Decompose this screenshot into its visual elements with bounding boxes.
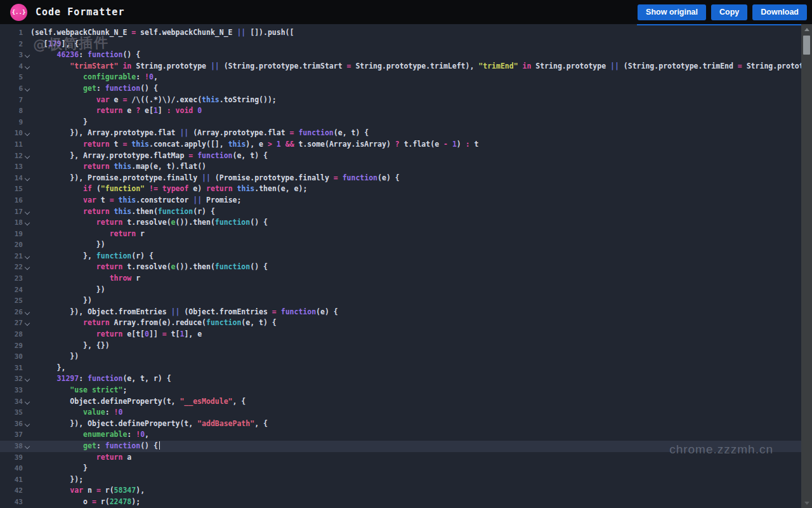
line-number: 27 (0, 318, 23, 329)
code-text: throw r (30, 273, 140, 284)
code-line[interactable]: 29 }, {}) (0, 340, 801, 352)
code-line[interactable]: 4 "trimStart" in String.prototype || (St… (0, 61, 801, 72)
fold-gutter-spacer (23, 329, 30, 340)
code-line[interactable]: 13 return this.map(e, t).flat() (0, 161, 801, 173)
fold-chevron-icon[interactable] (23, 50, 30, 61)
fold-chevron-icon[interactable] (23, 418, 30, 430)
code-line[interactable]: 40 } (0, 463, 801, 474)
code-line[interactable]: 36 }), Object.defineProperty(t, "addBase… (0, 418, 801, 430)
line-number: 14 (0, 173, 23, 184)
vertical-scrollbar[interactable] (801, 24, 812, 508)
code-text: 46236: function() { (30, 50, 140, 61)
fold-gutter-spacer (23, 295, 30, 307)
fold-gutter-spacer (23, 39, 30, 50)
code-line[interactable]: 18 return t.resolve(e()).then(function()… (0, 217, 801, 229)
code-line[interactable]: 43 o = r(22478); (0, 497, 801, 508)
code-line[interactable]: 17 return this.then(function(r) { (0, 206, 801, 218)
code-line[interactable]: 22 return t.resolve(e()).then(function()… (0, 262, 801, 273)
code-line[interactable]: 7 var e = /\((.*)\)/.exec(this.toString(… (0, 95, 801, 106)
code-text: }) (30, 239, 105, 251)
fold-chevron-icon[interactable] (23, 262, 30, 273)
line-number: 13 (0, 161, 23, 173)
code-text: }), Object.defineProperty(t, "addBasePat… (30, 418, 268, 430)
code-line[interactable]: 23 throw r (0, 273, 801, 284)
code-text: }) (30, 295, 92, 307)
scrollbar-thumb[interactable] (803, 36, 810, 55)
code-line[interactable]: 30 }) (0, 351, 801, 363)
code-line[interactable]: 27 return Array.from(e).reduce(function(… (0, 318, 801, 329)
fold-gutter-spacer (23, 72, 30, 83)
scrollbar-down-arrow[interactable] (801, 498, 812, 508)
code-line[interactable]: 2 [179], { (0, 39, 801, 50)
code-line[interactable]: 19 return r (0, 229, 801, 240)
fold-gutter-spacer (23, 351, 30, 363)
code-line[interactable]: 41 }); (0, 474, 801, 486)
code-line[interactable]: 9 } (0, 117, 801, 128)
code-line[interactable]: 15 if ("function" != typeof e) return th… (0, 184, 801, 195)
code-line[interactable]: 1(self.webpackChunk_N_E = self.webpackCh… (0, 27, 801, 39)
code-line[interactable]: 6 get: function() { (0, 83, 801, 95)
line-number: 22 (0, 262, 23, 273)
code-line[interactable]: 34 Object.defineProperty(t, "__esModule"… (0, 396, 801, 408)
fold-chevron-icon[interactable] (23, 318, 30, 329)
fold-chevron-icon[interactable] (23, 373, 30, 385)
code-line[interactable]: 14 }), Promise.prototype.finally || (Pro… (0, 173, 801, 184)
copy-button[interactable]: Copy (711, 4, 747, 20)
up-arrow-icon (804, 28, 809, 31)
fold-chevron-icon[interactable] (23, 206, 30, 218)
code-line[interactable]: 25 }) (0, 295, 801, 307)
code-line[interactable]: 5 configurable: !0, (0, 72, 801, 83)
fold-chevron-icon[interactable] (23, 217, 30, 229)
code-line[interactable]: 42 var n = r(58347), (0, 485, 801, 497)
code-line[interactable]: 12 }, Array.prototype.flatMap = function… (0, 150, 801, 162)
code-line[interactable]: 35 value: !0 (0, 407, 801, 418)
code-line[interactable]: 37 enumerable: !0, (0, 429, 801, 441)
line-number: 23 (0, 273, 23, 284)
line-number: 18 (0, 217, 23, 229)
code-line[interactable]: 11 return t = this.concat.apply([], this… (0, 139, 801, 150)
code-text: [179], { (30, 39, 79, 50)
code-line[interactable]: 24 }) (0, 284, 801, 296)
fold-chevron-icon[interactable] (23, 441, 30, 452)
download-button[interactable]: Download (752, 4, 807, 20)
fold-chevron-icon[interactable] (23, 150, 30, 162)
code-line[interactable]: 31 }, (0, 363, 801, 374)
code-line[interactable]: 10 }), Array.prototype.flat || (Array.pr… (0, 128, 801, 139)
code-lines[interactable]: 1(self.webpackChunk_N_E = self.webpackCh… (0, 24, 801, 508)
fold-gutter-spacer (23, 340, 30, 352)
line-number: 39 (0, 452, 23, 464)
code-text: get: function() { (30, 83, 158, 95)
fold-chevron-icon[interactable] (23, 128, 30, 139)
line-number: 36 (0, 418, 23, 430)
line-number: 41 (0, 474, 23, 486)
code-line[interactable]: 39 return a (0, 452, 801, 464)
fold-chevron-icon[interactable] (23, 307, 30, 318)
fold-gutter-spacer (23, 497, 30, 508)
fold-gutter-spacer (23, 27, 30, 39)
code-line[interactable]: 16 var t = this.constructor || Promise; (0, 195, 801, 206)
code-line[interactable]: 28 return e[t[0]] = t[1], e (0, 329, 801, 340)
code-line[interactable]: 8 return e ? e[1] : void 0 (0, 105, 801, 117)
code-line[interactable]: 32 31297: function(e, t, r) { (0, 373, 801, 385)
code-text: if ("function" != typeof e) return this.… (30, 184, 307, 195)
code-text: }, (30, 363, 65, 374)
code-line[interactable]: 3 46236: function() { (0, 50, 801, 61)
code-text: }, {}) (30, 340, 110, 352)
line-number: 6 (0, 83, 23, 95)
fold-gutter-spacer (23, 407, 30, 418)
fold-chevron-icon[interactable] (23, 173, 30, 184)
fold-chevron-icon[interactable] (23, 83, 30, 95)
code-line[interactable]: 21 }, function(r) { (0, 251, 801, 262)
fold-chevron-icon[interactable] (23, 396, 30, 408)
code-line[interactable]: 26 }), Object.fromEntries || (Object.fro… (0, 307, 801, 318)
code-text: } (30, 463, 88, 474)
code-line[interactable]: 20 }) (0, 239, 801, 251)
fold-chevron-icon[interactable] (23, 251, 30, 262)
fold-chevron-icon[interactable] (23, 61, 30, 72)
fold-gutter-spacer (23, 452, 30, 464)
show-original-button[interactable]: Show original (638, 4, 706, 20)
code-editor[interactable]: 1(self.webpackChunk_N_E = self.webpackCh… (0, 24, 801, 508)
code-line[interactable]: 33 "use strict"; (0, 385, 801, 396)
scrollbar-up-arrow[interactable] (801, 24, 812, 34)
code-line[interactable]: 38 get: function() { (0, 441, 801, 452)
